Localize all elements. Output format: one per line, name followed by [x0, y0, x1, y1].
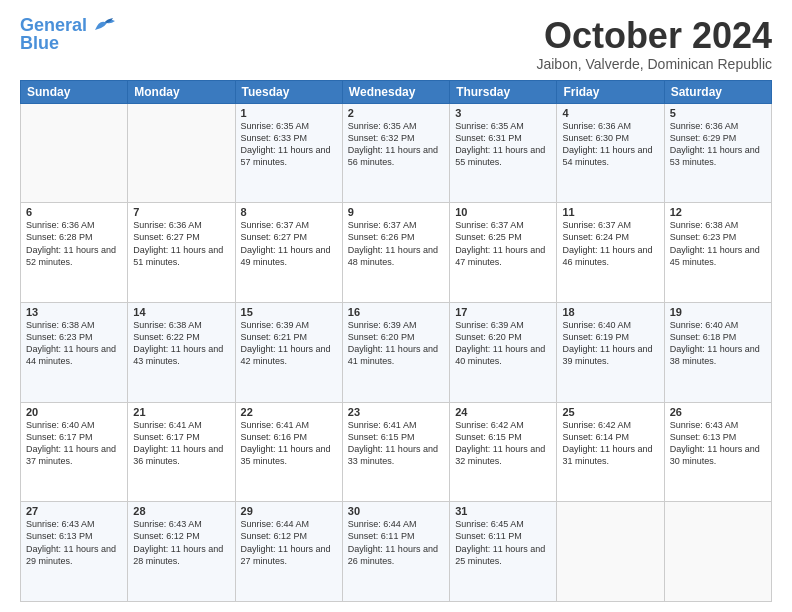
calendar-cell: 1Sunrise: 6:35 AM Sunset: 6:33 PM Daylig… — [235, 103, 342, 203]
day-number: 2 — [348, 107, 444, 119]
day-info: Sunrise: 6:43 AM Sunset: 6:13 PM Dayligh… — [670, 419, 766, 468]
col-header-tuesday: Tuesday — [235, 80, 342, 103]
day-number: 28 — [133, 505, 229, 517]
calendar-cell: 25Sunrise: 6:42 AM Sunset: 6:14 PM Dayli… — [557, 402, 664, 502]
day-number: 26 — [670, 406, 766, 418]
calendar-cell: 2Sunrise: 6:35 AM Sunset: 6:32 PM Daylig… — [342, 103, 449, 203]
day-info: Sunrise: 6:42 AM Sunset: 6:14 PM Dayligh… — [562, 419, 658, 468]
calendar-cell: 12Sunrise: 6:38 AM Sunset: 6:23 PM Dayli… — [664, 203, 771, 303]
calendar-week-2: 6Sunrise: 6:36 AM Sunset: 6:28 PM Daylig… — [21, 203, 772, 303]
col-header-friday: Friday — [557, 80, 664, 103]
calendar-cell: 27Sunrise: 6:43 AM Sunset: 6:13 PM Dayli… — [21, 502, 128, 602]
day-number: 9 — [348, 206, 444, 218]
day-info: Sunrise: 6:36 AM Sunset: 6:30 PM Dayligh… — [562, 120, 658, 169]
calendar-cell: 18Sunrise: 6:40 AM Sunset: 6:19 PM Dayli… — [557, 302, 664, 402]
day-info: Sunrise: 6:38 AM Sunset: 6:22 PM Dayligh… — [133, 319, 229, 368]
calendar-cell — [557, 502, 664, 602]
day-info: Sunrise: 6:43 AM Sunset: 6:13 PM Dayligh… — [26, 518, 122, 567]
calendar-cell: 20Sunrise: 6:40 AM Sunset: 6:17 PM Dayli… — [21, 402, 128, 502]
day-info: Sunrise: 6:43 AM Sunset: 6:12 PM Dayligh… — [133, 518, 229, 567]
col-header-monday: Monday — [128, 80, 235, 103]
day-info: Sunrise: 6:41 AM Sunset: 6:17 PM Dayligh… — [133, 419, 229, 468]
day-number: 19 — [670, 306, 766, 318]
day-info: Sunrise: 6:39 AM Sunset: 6:20 PM Dayligh… — [348, 319, 444, 368]
day-number: 11 — [562, 206, 658, 218]
day-number: 29 — [241, 505, 337, 517]
calendar-cell — [664, 502, 771, 602]
calendar-cell: 24Sunrise: 6:42 AM Sunset: 6:15 PM Dayli… — [450, 402, 557, 502]
day-number: 21 — [133, 406, 229, 418]
day-info: Sunrise: 6:36 AM Sunset: 6:27 PM Dayligh… — [133, 219, 229, 268]
logo-bird-icon — [91, 16, 119, 34]
calendar-week-1: 1Sunrise: 6:35 AM Sunset: 6:33 PM Daylig… — [21, 103, 772, 203]
calendar-table: SundayMondayTuesdayWednesdayThursdayFrid… — [20, 80, 772, 602]
logo-text: General Blue — [20, 16, 87, 52]
day-info: Sunrise: 6:40 AM Sunset: 6:18 PM Dayligh… — [670, 319, 766, 368]
day-number: 18 — [562, 306, 658, 318]
subtitle: Jaibon, Valverde, Dominican Republic — [536, 56, 772, 72]
calendar-cell: 16Sunrise: 6:39 AM Sunset: 6:20 PM Dayli… — [342, 302, 449, 402]
day-info: Sunrise: 6:41 AM Sunset: 6:16 PM Dayligh… — [241, 419, 337, 468]
logo-general: General — [20, 15, 87, 35]
calendar-cell: 10Sunrise: 6:37 AM Sunset: 6:25 PM Dayli… — [450, 203, 557, 303]
day-number: 16 — [348, 306, 444, 318]
col-header-sunday: Sunday — [21, 80, 128, 103]
title-block: October 2024 Jaibon, Valverde, Dominican… — [536, 16, 772, 72]
calendar: SundayMondayTuesdayWednesdayThursdayFrid… — [20, 80, 772, 602]
day-number: 14 — [133, 306, 229, 318]
day-info: Sunrise: 6:37 AM Sunset: 6:27 PM Dayligh… — [241, 219, 337, 268]
day-info: Sunrise: 6:39 AM Sunset: 6:21 PM Dayligh… — [241, 319, 337, 368]
col-header-thursday: Thursday — [450, 80, 557, 103]
day-number: 12 — [670, 206, 766, 218]
header: General Blue October 2024 Jaibon, Valver… — [20, 16, 772, 72]
calendar-cell: 13Sunrise: 6:38 AM Sunset: 6:23 PM Dayli… — [21, 302, 128, 402]
day-info: Sunrise: 6:45 AM Sunset: 6:11 PM Dayligh… — [455, 518, 551, 567]
calendar-cell: 28Sunrise: 6:43 AM Sunset: 6:12 PM Dayli… — [128, 502, 235, 602]
page: General Blue October 2024 Jaibon, Valver… — [0, 0, 792, 612]
day-info: Sunrise: 6:36 AM Sunset: 6:29 PM Dayligh… — [670, 120, 766, 169]
day-number: 23 — [348, 406, 444, 418]
calendar-cell: 15Sunrise: 6:39 AM Sunset: 6:21 PM Dayli… — [235, 302, 342, 402]
calendar-cell: 4Sunrise: 6:36 AM Sunset: 6:30 PM Daylig… — [557, 103, 664, 203]
day-info: Sunrise: 6:44 AM Sunset: 6:12 PM Dayligh… — [241, 518, 337, 567]
day-number: 22 — [241, 406, 337, 418]
calendar-cell: 22Sunrise: 6:41 AM Sunset: 6:16 PM Dayli… — [235, 402, 342, 502]
calendar-cell: 29Sunrise: 6:44 AM Sunset: 6:12 PM Dayli… — [235, 502, 342, 602]
calendar-cell: 14Sunrise: 6:38 AM Sunset: 6:22 PM Dayli… — [128, 302, 235, 402]
calendar-cell: 31Sunrise: 6:45 AM Sunset: 6:11 PM Dayli… — [450, 502, 557, 602]
calendar-cell: 23Sunrise: 6:41 AM Sunset: 6:15 PM Dayli… — [342, 402, 449, 502]
day-info: Sunrise: 6:44 AM Sunset: 6:11 PM Dayligh… — [348, 518, 444, 567]
calendar-cell — [21, 103, 128, 203]
calendar-week-4: 20Sunrise: 6:40 AM Sunset: 6:17 PM Dayli… — [21, 402, 772, 502]
calendar-cell: 26Sunrise: 6:43 AM Sunset: 6:13 PM Dayli… — [664, 402, 771, 502]
day-number: 8 — [241, 206, 337, 218]
day-number: 30 — [348, 505, 444, 517]
day-number: 15 — [241, 306, 337, 318]
calendar-cell — [128, 103, 235, 203]
day-info: Sunrise: 6:36 AM Sunset: 6:28 PM Dayligh… — [26, 219, 122, 268]
day-number: 1 — [241, 107, 337, 119]
calendar-week-3: 13Sunrise: 6:38 AM Sunset: 6:23 PM Dayli… — [21, 302, 772, 402]
day-info: Sunrise: 6:37 AM Sunset: 6:25 PM Dayligh… — [455, 219, 551, 268]
day-info: Sunrise: 6:42 AM Sunset: 6:15 PM Dayligh… — [455, 419, 551, 468]
day-info: Sunrise: 6:41 AM Sunset: 6:15 PM Dayligh… — [348, 419, 444, 468]
day-number: 7 — [133, 206, 229, 218]
day-info: Sunrise: 6:35 AM Sunset: 6:31 PM Dayligh… — [455, 120, 551, 169]
day-number: 27 — [26, 505, 122, 517]
calendar-cell: 9Sunrise: 6:37 AM Sunset: 6:26 PM Daylig… — [342, 203, 449, 303]
calendar-week-5: 27Sunrise: 6:43 AM Sunset: 6:13 PM Dayli… — [21, 502, 772, 602]
col-header-wednesday: Wednesday — [342, 80, 449, 103]
calendar-header-row: SundayMondayTuesdayWednesdayThursdayFrid… — [21, 80, 772, 103]
logo: General Blue — [20, 16, 119, 52]
day-info: Sunrise: 6:38 AM Sunset: 6:23 PM Dayligh… — [670, 219, 766, 268]
day-info: Sunrise: 6:37 AM Sunset: 6:26 PM Dayligh… — [348, 219, 444, 268]
logo-blue: Blue — [20, 33, 59, 53]
day-info: Sunrise: 6:37 AM Sunset: 6:24 PM Dayligh… — [562, 219, 658, 268]
day-info: Sunrise: 6:35 AM Sunset: 6:33 PM Dayligh… — [241, 120, 337, 169]
calendar-cell: 6Sunrise: 6:36 AM Sunset: 6:28 PM Daylig… — [21, 203, 128, 303]
col-header-saturday: Saturday — [664, 80, 771, 103]
day-info: Sunrise: 6:35 AM Sunset: 6:32 PM Dayligh… — [348, 120, 444, 169]
day-number: 31 — [455, 505, 551, 517]
day-number: 25 — [562, 406, 658, 418]
calendar-cell: 11Sunrise: 6:37 AM Sunset: 6:24 PM Dayli… — [557, 203, 664, 303]
